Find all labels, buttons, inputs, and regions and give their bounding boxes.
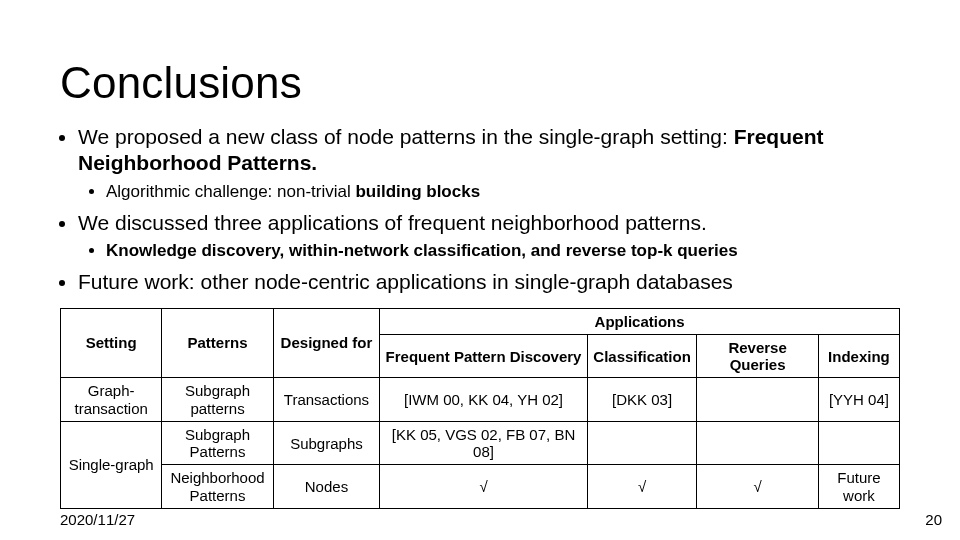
cell-class: √ [587,465,696,509]
cell-setting: Single-graph [61,421,162,508]
slide-date: 2020/11/27 [60,511,135,528]
bullet-1-sub-bold: building blocks [355,182,480,201]
bullet-1: We proposed a new class of node patterns… [78,124,900,202]
bullet-1-text: We proposed a new class of node patterns… [78,125,734,148]
table-row: Neighborhood Patterns Nodes √ √ √ Future… [61,465,900,509]
bullet-1-sub-item: Algorithmic challenge: non-trivial build… [106,181,900,202]
cell-patterns: Neighborhood Patterns [162,465,273,509]
cell-designed: Transactions [273,378,379,422]
bullet-2-sub: Knowledge discovery, within-network clas… [106,240,900,261]
cell-designed: Subgraphs [273,421,379,465]
cell-rev: √ [697,465,819,509]
cell-rev [697,421,819,465]
bullet-list: We proposed a new class of node patterns… [78,124,900,296]
slide: Conclusions We proposed a new class of n… [0,0,960,540]
cell-class: [DKK 03] [587,378,696,422]
table-header-row-1: Setting Patterns Designed for Applicatio… [61,308,900,334]
th-designed: Designed for [273,308,379,378]
th-rev: Reverse Queries [697,334,819,378]
page-number: 20 [925,511,942,528]
cell-idx [818,421,899,465]
cell-class [587,421,696,465]
slide-title: Conclusions [60,60,900,106]
bullet-2: We discussed three applications of frequ… [78,210,900,262]
bullet-1-sub: Algorithmic challenge: non-trivial build… [106,181,900,202]
cell-fpd: √ [380,465,588,509]
cell-designed: Nodes [273,465,379,509]
th-setting: Setting [61,308,162,378]
bullet-2-sub-item: Knowledge discovery, within-network clas… [106,240,900,261]
th-patterns: Patterns [162,308,273,378]
table-row: Graph-transaction Subgraph patterns Tran… [61,378,900,422]
th-fpd: Frequent Pattern Discovery [380,334,588,378]
bullet-1-sub-text: Algorithmic challenge: non-trivial [106,182,355,201]
cell-rev [697,378,819,422]
bullet-2-text: We discussed three applications of frequ… [78,211,707,234]
cell-idx: [YYH 04] [818,378,899,422]
cell-setting: Graph-transaction [61,378,162,422]
th-idx: Indexing [818,334,899,378]
table-row: Single-graph Subgraph Patterns Subgraphs… [61,421,900,465]
cell-patterns: Subgraph patterns [162,378,273,422]
th-class: Classification [587,334,696,378]
cell-patterns: Subgraph Patterns [162,421,273,465]
bullet-3: Future work: other node-centric applicat… [78,269,900,295]
cell-fpd: [KK 05, VGS 02, FB 07, BN 08] [380,421,588,465]
summary-table: Setting Patterns Designed for Applicatio… [60,308,900,509]
cell-fpd: [IWM 00, KK 04, YH 02] [380,378,588,422]
th-apps: Applications [380,308,900,334]
cell-idx: Future work [818,465,899,509]
